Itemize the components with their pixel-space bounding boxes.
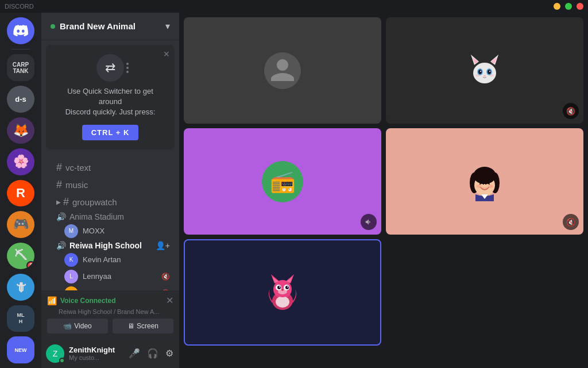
svg-point-11 — [483, 75, 486, 76]
voice-actions: 📹 Video 🖥 Screen — [47, 319, 173, 334]
voice-member-kevin[interactable]: K Kevin Artan — [46, 252, 175, 268]
user-status-dot — [59, 358, 65, 363]
svg-point-35 — [277, 286, 281, 289]
tile5-avatar — [262, 272, 303, 313]
voice-channel-reiwa[interactable]: 🔊 Reiwa High School 👤+ — [46, 240, 175, 251]
svg-point-39 — [281, 289, 284, 290]
video-icon: 📹 — [63, 322, 72, 330]
user-info: ZenithKnight My custo... — [69, 346, 127, 361]
titlebar: DISCORD — [0, 0, 588, 13]
video-label: Video — [74, 322, 91, 330]
server-icon-discord[interactable] — [7, 17, 34, 44]
tile1-avatar — [264, 52, 301, 89]
titlebar-controls — [554, 3, 583, 10]
channel-name-music: music — [65, 180, 88, 190]
svg-point-21 — [476, 185, 482, 188]
tile4-mute-icon: 🔇 — [563, 214, 579, 230]
settings-button[interactable]: ⚙ — [164, 347, 175, 360]
svg-point-7 — [478, 70, 482, 74]
user-avatar-container: Z — [46, 344, 64, 363]
user-tag: My custo... — [69, 354, 127, 361]
quick-switcher-icon: ⇄ — [96, 54, 124, 82]
video-tile-5 — [184, 239, 381, 346]
video-tile-1 — [184, 17, 381, 124]
voice-channel-info: Reiwa High School / Brand New A... — [47, 308, 173, 315]
quick-switcher-tooltip: ✕ ⇄ Use Quick Switcher to get around Dis… — [46, 45, 175, 150]
member-name-lennyaa: Lennyaa — [83, 272, 161, 281]
add-member-icon[interactable]: 👤+ — [156, 241, 170, 250]
deafen-button[interactable]: 🎧 — [146, 347, 160, 360]
titlebar-title: DISCORD — [5, 3, 34, 10]
voice-disconnect-button[interactable]: ✕ — [166, 295, 173, 306]
quick-switcher-description: Use Quick Switcher to get around Discord… — [55, 86, 165, 118]
server-icon-gaming[interactable]: 🎮 — [7, 211, 34, 238]
screen-label: Screen — [137, 322, 158, 330]
collapse-arrow-icon: ▶ — [56, 199, 61, 205]
server-icon-vtuber[interactable]: 🌸 — [7, 148, 34, 175]
voice-member-moxx[interactable]: M MOXX — [46, 223, 175, 239]
user-controls: 🎤 🎧 ⚙ — [127, 347, 175, 360]
user-bar: Z ZenithKnight My custo... 🎤 🎧 ⚙ — [41, 338, 179, 368]
video-button[interactable]: 📹 Video — [47, 319, 108, 334]
close-button[interactable] — [577, 3, 583, 10]
channel-item-music[interactable]: # music — [46, 177, 175, 193]
tooltip-close-button[interactable]: ✕ — [163, 49, 170, 59]
svg-point-0 — [473, 63, 496, 83]
tile2-avatar — [465, 51, 505, 91]
server-icon-carp[interactable]: CARPTANK — [7, 54, 34, 81]
server-icon-ds[interactable]: d-s — [7, 86, 34, 113]
tile3-avatar: 📻 — [262, 161, 303, 202]
svg-point-9 — [480, 71, 481, 72]
hash-icon: # — [56, 162, 62, 174]
voice-channel-name-reiwa: Reiwa High School — [69, 241, 156, 250]
hash-icon: # — [56, 179, 62, 191]
voice-status-row: 📶 Voice Connected ✕ — [47, 295, 173, 306]
hash-icon: # — [63, 196, 69, 208]
channel-sidebar: Brand New Animal ▾ ✕ ⇄ Use Quick Switche… — [41, 13, 179, 368]
channel-item-vc-text[interactable]: # vc-text — [46, 159, 175, 176]
svg-point-12 — [475, 74, 480, 76]
channel-header[interactable]: Brand New Animal ▾ — [41, 13, 179, 40]
signal-icon: 📶 — [47, 296, 57, 305]
chevron-down-icon: ▾ — [165, 21, 170, 32]
member-avatar-lennyaa: L — [64, 270, 78, 283]
server-icon-minecraft2[interactable]: 🗡 — [7, 274, 34, 301]
voice-channel-anima-stadium[interactable]: 🔊 Anima Stadium — [46, 211, 175, 223]
channel-name-vc-text: vc-text — [65, 163, 91, 172]
video-tile-2: 🔇 — [386, 17, 583, 124]
maximize-button[interactable] — [565, 3, 572, 10]
voice-member-lennyaa[interactable]: L Lennyaa 🔇 — [46, 269, 175, 285]
channel-item-groupwatch[interactable]: ▶ # groupwatch — [46, 194, 175, 210]
svg-point-13 — [489, 74, 494, 76]
main-content: 🔇 📻 — [179, 13, 588, 368]
server-icon-reddit[interactable]: R — [7, 180, 34, 207]
channel-list: # vc-text # music ▶ # groupwatch 🔊 Anima… — [41, 154, 179, 290]
member-avatar-kevin: K — [64, 253, 78, 267]
tooltip-arrows-container: ⇄ — [55, 54, 165, 82]
svg-point-22 — [488, 185, 493, 188]
server-icon-ml[interactable]: MLH — [7, 305, 34, 332]
member-avatar-moxx: M — [64, 224, 78, 238]
screen-button[interactable]: 🖥 Screen — [113, 319, 173, 334]
voice-member-nazuna[interactable]: N Nazuna's AirPod [--] 🔇 — [46, 285, 175, 290]
svg-point-10 — [489, 71, 490, 72]
channel-name-groupwatch: groupwatch — [72, 197, 117, 207]
server-icon-minecraft1[interactable]: ⛏ 2 — [7, 243, 34, 270]
server-divider — [11, 49, 30, 50]
voice-status-text: Voice Connected — [60, 297, 166, 305]
member-avatar-nazuna: N — [64, 286, 78, 290]
mute-icon-lennyaa: 🔇 — [161, 273, 170, 281]
server-name: Brand New Animal — [60, 21, 165, 31]
mute-button[interactable]: 🎤 — [127, 347, 141, 360]
server-icon-new[interactable]: NEW — [7, 336, 34, 363]
member-name-kevin: Kevin Artan — [83, 255, 170, 264]
server-badge-minecraft1: 2 — [26, 261, 34, 269]
server-icon-anime1[interactable]: 🦊 — [7, 117, 34, 144]
voice-connected-bar: 📶 Voice Connected ✕ Reiwa High School / … — [41, 290, 179, 338]
minimize-button[interactable] — [554, 3, 560, 10]
video-grid: 🔇 📻 — [184, 17, 583, 346]
tile3-mute-icon — [361, 214, 377, 230]
svg-point-36 — [285, 286, 289, 289]
quick-switcher-shortcut-button[interactable]: CTRL + K — [82, 125, 139, 140]
speaker-icon-reiwa: 🔊 — [56, 241, 66, 250]
